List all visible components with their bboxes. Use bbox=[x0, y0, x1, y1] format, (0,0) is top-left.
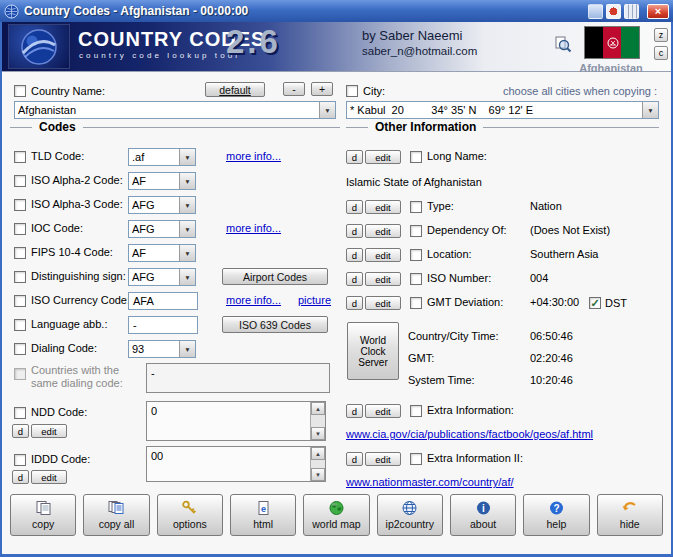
iso-alpha2-checkbox[interactable] bbox=[14, 175, 26, 187]
chevron-down-icon[interactable]: ▼ bbox=[179, 341, 195, 357]
scroll-up-icon[interactable]: ▲ bbox=[311, 447, 325, 460]
dependency-d-button[interactable]: d bbox=[346, 224, 363, 238]
city-dropdown[interactable]: * Kabul 20 34° 35' N 69° 12' E ▼ bbox=[346, 101, 659, 119]
world-clock-server-button[interactable]: World Clock Server bbox=[347, 322, 399, 380]
scroll-down-icon[interactable]: ▼ bbox=[311, 468, 325, 481]
location-checkbox[interactable] bbox=[410, 249, 422, 261]
currency-more-info-link[interactable]: more info... bbox=[226, 294, 281, 306]
help-button[interactable]: ? help bbox=[523, 494, 589, 536]
iso-alpha3-checkbox[interactable] bbox=[14, 199, 26, 211]
iddd-box[interactable]: 00 ▲ ▼ bbox=[146, 446, 326, 482]
extra-info2-link[interactable]: www.nationmaster.com/country/af/ bbox=[346, 476, 514, 488]
ioc-more-info-link[interactable]: more info... bbox=[226, 222, 281, 234]
hide-button[interactable]: hide bbox=[597, 494, 663, 536]
options-button[interactable]: options bbox=[157, 494, 223, 536]
html-button[interactable]: e html bbox=[230, 494, 296, 536]
country-name-checkbox[interactable] bbox=[14, 85, 26, 97]
extra-info-edit-button[interactable]: edit bbox=[365, 404, 401, 418]
dependency-checkbox[interactable] bbox=[410, 225, 422, 237]
ndd-d-button[interactable]: d bbox=[12, 424, 29, 438]
chevron-down-icon[interactable]: ▼ bbox=[179, 173, 195, 189]
tld-dropdown[interactable]: .af ▼ bbox=[128, 148, 196, 166]
dialing-code-checkbox[interactable] bbox=[14, 343, 26, 355]
extra-info2-edit-button[interactable]: edit bbox=[365, 452, 401, 466]
type-edit-button[interactable]: edit bbox=[365, 200, 401, 214]
country-dropdown[interactable]: Afghanistan ▼ bbox=[14, 101, 336, 119]
iso-number-checkbox[interactable] bbox=[410, 273, 422, 285]
default-button[interactable]: default bbox=[205, 82, 265, 97]
close-button[interactable]: × bbox=[647, 4, 669, 19]
ndd-checkbox[interactable] bbox=[14, 407, 26, 419]
iddd-edit-button[interactable]: edit bbox=[31, 470, 67, 484]
copy-all-button[interactable]: copy all bbox=[83, 494, 149, 536]
ndd-edit-button[interactable]: edit bbox=[31, 424, 67, 438]
tld-checkbox[interactable] bbox=[14, 151, 26, 163]
iddd-checkbox[interactable] bbox=[14, 454, 26, 466]
airport-codes-button[interactable]: Airport Codes bbox=[222, 268, 328, 285]
ip2country-button[interactable]: ip2country bbox=[377, 494, 443, 536]
chevron-down-icon[interactable]: ▼ bbox=[179, 269, 195, 285]
fips-checkbox[interactable] bbox=[14, 247, 26, 259]
z-button[interactable]: z bbox=[654, 28, 668, 42]
iddd-scrollbar[interactable]: ▲ ▼ bbox=[310, 447, 325, 481]
iso-639-codes-button[interactable]: ISO 639 Codes bbox=[222, 316, 328, 333]
ioc-dropdown[interactable]: AFG ▼ bbox=[128, 220, 196, 238]
iso-number-edit-button[interactable]: edit bbox=[365, 272, 401, 286]
iso-currency-input[interactable]: AFA bbox=[128, 292, 198, 310]
ioc-checkbox[interactable] bbox=[14, 223, 26, 235]
location-edit-button[interactable]: edit bbox=[365, 248, 401, 262]
c-button[interactable]: c bbox=[654, 46, 668, 60]
dialing-code-dropdown[interactable]: 93 ▼ bbox=[128, 340, 196, 358]
dependency-edit-button[interactable]: edit bbox=[365, 224, 401, 238]
ndd-box[interactable]: 0 ▲ ▼ bbox=[146, 401, 326, 441]
chevron-down-icon[interactable]: ▼ bbox=[179, 221, 195, 237]
distinguishing-sign-dropdown[interactable]: AFG ▼ bbox=[128, 268, 196, 286]
extra-info2-checkbox[interactable] bbox=[410, 453, 422, 465]
long-name-edit-button[interactable]: edit bbox=[365, 150, 401, 164]
iddd-d-button[interactable]: d bbox=[12, 470, 29, 484]
extra-info-link[interactable]: www.cia.gov/cia/publications/factbook/ge… bbox=[346, 428, 593, 440]
minus-button[interactable]: - bbox=[283, 82, 305, 96]
extra-info-checkbox[interactable] bbox=[410, 405, 422, 417]
iso-currency-checkbox[interactable] bbox=[14, 295, 26, 307]
city-checkbox[interactable] bbox=[346, 85, 358, 97]
chevron-down-icon[interactable]: ▼ bbox=[319, 102, 335, 118]
chevron-down-icon[interactable]: ▼ bbox=[642, 102, 658, 118]
scroll-up-icon[interactable]: ▲ bbox=[311, 402, 325, 415]
gmt-checkbox[interactable] bbox=[410, 297, 422, 309]
long-name-checkbox[interactable] bbox=[410, 151, 422, 163]
language-abb-checkbox[interactable] bbox=[14, 319, 26, 331]
ime-language-icon[interactable] bbox=[606, 4, 621, 19]
iso-alpha3-dropdown[interactable]: AFG ▼ bbox=[128, 196, 196, 214]
extra-info2-d-button[interactable]: d bbox=[346, 452, 363, 466]
fips-dropdown[interactable]: AF ▼ bbox=[128, 244, 196, 262]
distinguishing-sign-checkbox[interactable] bbox=[14, 271, 26, 283]
magnifier-icon[interactable] bbox=[554, 36, 572, 58]
language-abb-input[interactable]: - bbox=[128, 316, 198, 334]
copy-button[interactable]: copy bbox=[10, 494, 76, 536]
currency-picture-link[interactable]: picture bbox=[298, 294, 331, 306]
chevron-down-icon[interactable]: ▼ bbox=[179, 245, 195, 261]
type-d-button[interactable]: d bbox=[346, 200, 363, 214]
extra-info-d-button[interactable]: d bbox=[346, 404, 363, 418]
language-bar[interactable] bbox=[588, 4, 639, 19]
type-checkbox[interactable] bbox=[410, 201, 422, 213]
chevron-down-icon[interactable]: ▼ bbox=[179, 197, 195, 213]
ime-keyboard-icon[interactable] bbox=[588, 4, 603, 19]
iso-alpha2-dropdown[interactable]: AF ▼ bbox=[128, 172, 196, 190]
same-dialing-checkbox[interactable] bbox=[14, 368, 26, 380]
scroll-down-icon[interactable]: ▼ bbox=[311, 427, 325, 440]
tld-more-info-link[interactable]: more info... bbox=[226, 150, 281, 162]
ime-toolbar-icon[interactable] bbox=[624, 4, 639, 19]
long-name-d-button[interactable]: d bbox=[346, 150, 363, 164]
dst-checkbox[interactable]: ✓ bbox=[589, 297, 601, 309]
gmt-d-button[interactable]: d bbox=[346, 296, 363, 310]
chevron-down-icon[interactable]: ▼ bbox=[179, 149, 195, 165]
plus-button[interactable]: + bbox=[311, 82, 333, 96]
location-d-button[interactable]: d bbox=[346, 248, 363, 262]
about-button[interactable]: i about bbox=[450, 494, 516, 536]
ndd-scrollbar[interactable]: ▲ ▼ bbox=[310, 402, 325, 440]
iso-number-d-button[interactable]: d bbox=[346, 272, 363, 286]
same-dialing-box[interactable]: - bbox=[146, 363, 330, 393]
gmt-edit-button[interactable]: edit bbox=[365, 296, 401, 310]
